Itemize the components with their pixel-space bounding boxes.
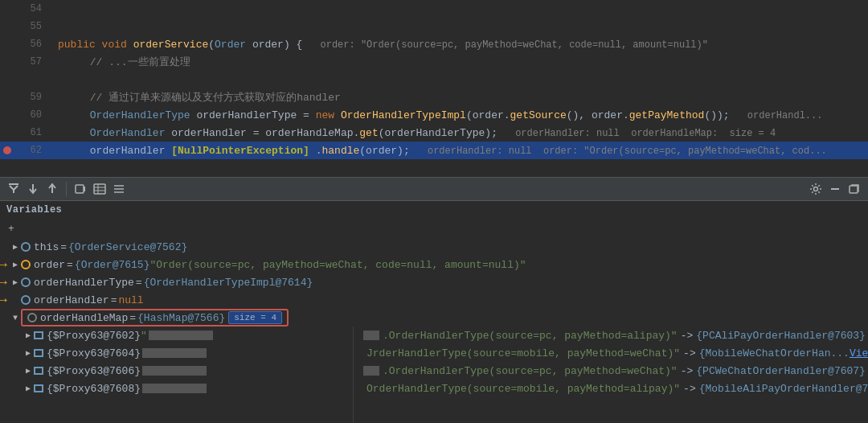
proxy2-icon — [34, 349, 43, 357]
line-num-55: 55 — [0, 21, 48, 32]
settings-icon[interactable] — [809, 182, 823, 196]
step-over-button[interactable] — [6, 182, 21, 196]
code-lines: 54 55 56 public void orderService(Order … — [0, 0, 868, 177]
orderhandlemap-icon — [27, 313, 37, 322]
step-into-button[interactable] — [26, 182, 40, 196]
split-right: .OrderHandlerType(source=pc, payMethod=a… — [354, 326, 868, 423]
var-row-orderhandlemap[interactable]: ▼ orderHandleMap = {HashMap@7566} size =… — [0, 309, 868, 326]
arrow-order: → — [0, 257, 7, 273]
right-entry-2[interactable]: JrderHandlerType(source=mobile, payMetho… — [357, 344, 868, 362]
proxy4-block — [142, 384, 207, 393]
expand-order[interactable]: ▶ — [10, 259, 21, 270]
line-num-56: 56 — [0, 39, 48, 50]
code-line-61: 61 OrderHandler orderHandler = orderHand… — [0, 124, 868, 142]
code-editor: 54 55 56 public void orderService(Order … — [0, 0, 868, 177]
var-order-label: order — [34, 259, 65, 271]
restore-icon[interactable] — [847, 182, 862, 196]
r4-key: OrderHandlerType(source=mobile, payMetho… — [366, 383, 680, 395]
list-view-button[interactable] — [112, 182, 126, 196]
proxy4-label: {$Proxy63@7608} — [47, 383, 141, 395]
expand-this[interactable]: ▶ — [10, 241, 21, 253]
collapse-icon[interactable] — [828, 182, 842, 196]
code-line-59: 59 // 通过订单来源确以及支付方式获取对应的handler — [0, 88, 868, 106]
add-watch-button[interactable]: + — [3, 220, 19, 236]
line-num-62: 62 — [0, 145, 48, 156]
line-num-57: 57 — [0, 56, 48, 68]
arrow-orderhandlertype: → — [0, 274, 7, 290]
r1-value: {PCAliPayOrderHandler@7603} — [696, 330, 866, 342]
var-this-label: this — [34, 241, 59, 253]
r3-block — [363, 366, 379, 376]
code-line-57: 57 // ...一些前置处理 — [0, 53, 868, 71]
code-line-62: 62 orderHandler [NullPointerException] .… — [0, 142, 868, 159]
run-to-cursor-button[interactable] — [73, 182, 88, 196]
expand-orderhandler[interactable]: ▶ — [10, 294, 21, 306]
orderhandlemap-size: size = 4 — [228, 311, 282, 324]
var-this-value: {OrderService@7562} — [68, 241, 187, 253]
var-row-this[interactable]: ▶ this = {OrderService@7562} — [0, 238, 868, 256]
right-entry-4[interactable]: OrderHandlerType(source=mobile, payMetho… — [357, 380, 868, 397]
variables-panel: Variables + ▶ this = {OrderService@7562}… — [0, 201, 868, 423]
proxy1-icon — [34, 331, 43, 339]
line-content-61: OrderHandler orderHandler = orderHandleM… — [48, 127, 868, 139]
r2-key: JrderHandlerType(source=mobile, payMetho… — [366, 347, 680, 359]
step-out-button[interactable] — [45, 182, 59, 196]
code-line-54: 54 — [0, 0, 868, 18]
r1-key: .OrderHandlerType(source=pc, payMethod=a… — [383, 330, 678, 342]
svg-rect-3 — [76, 185, 84, 193]
expand-proxy3[interactable]: ▶ — [23, 365, 34, 376]
var-row-order[interactable]: ▶ order = {Order@7615} "Order(source=pc,… — [0, 256, 868, 273]
r3-value: {PCWeChatOrderHandler@7607} — [696, 365, 866, 377]
line-content-60: OrderHandlerType orderHandlerType = new … — [48, 109, 868, 121]
r1-block — [363, 331, 379, 340]
code-line-blank1 — [0, 71, 868, 88]
var-row-orderhandlertype[interactable]: ▶ orderHandlerType = {OrderHandlerTypeIm… — [0, 273, 868, 291]
proxy1-block — [149, 331, 213, 340]
right-entry-1[interactable]: .OrderHandlerType(source=pc, payMethod=a… — [357, 326, 868, 344]
line-content-59: // 通过订单来源确以及支付方式获取对应的handler — [48, 90, 868, 105]
breakpoint-icon[interactable] — [3, 146, 11, 154]
code-line-60: 60 OrderHandlerType orderHandlerType = n… — [0, 106, 868, 124]
expand-proxy2[interactable]: ▶ — [23, 347, 34, 359]
expand-orderhandlemap[interactable]: ▼ — [10, 312, 21, 323]
svg-rect-5 — [94, 184, 105, 194]
divider-right-tools — [809, 182, 862, 196]
panel-title: Variables — [0, 201, 868, 219]
line-num-61: 61 — [0, 127, 48, 138]
right-entry-3[interactable]: .OrderHandlerType(source=pc, payMethod=w… — [357, 362, 868, 380]
proxy1-value: " — [141, 330, 147, 342]
split-panel: ▶ {$Proxy63@7602} " ▶ {$Proxy63@7604} ▶ … — [0, 326, 868, 423]
var-orderhandler-label: orderHandler — [34, 294, 109, 306]
r2-value: {MobileWeChatOrderHan... — [699, 347, 850, 359]
line-num-60: 60 — [0, 109, 48, 121]
debug-tool-buttons — [6, 182, 126, 196]
var-orderhandlertype-value: {OrderHandlerTypeImpl@7614} — [144, 277, 313, 289]
table-view-button[interactable] — [92, 182, 107, 196]
code-line-blank2 — [0, 159, 868, 177]
code-line-56: 56 public void orderService(Order order)… — [0, 35, 868, 53]
toolbar-separator — [66, 182, 67, 196]
r4-value: {MobileAliPayOrderHandler@7609} — [699, 383, 868, 395]
proxy4-icon — [34, 384, 43, 392]
var-row-orderhandler[interactable]: ▶ orderHandler = null → — [0, 291, 868, 309]
line-num-59: 59 — [0, 92, 48, 103]
var-orderhandlertype-label: orderHandlerType — [34, 277, 134, 289]
child-proxy-3[interactable]: ▶ {$Proxy63@7606} — [0, 362, 353, 380]
split-left: ▶ {$Proxy63@7602} " ▶ {$Proxy63@7604} ▶ … — [0, 326, 354, 423]
child-proxy-1[interactable]: ▶ {$Proxy63@7602} " — [0, 326, 353, 344]
child-proxy-2[interactable]: ▶ {$Proxy63@7604} — [0, 344, 353, 362]
child-proxy-4[interactable]: ▶ {$Proxy63@7608} — [0, 380, 353, 397]
proxy3-label: {$Proxy63@7606} — [47, 365, 141, 377]
var-orderhandlemap-label: orderHandleMap — [40, 312, 128, 324]
code-line-55: 55 — [0, 18, 868, 35]
line-content-56: public void orderService(Order order) { … — [48, 39, 868, 51]
var-orderhandler-value: null — [118, 294, 143, 306]
line-num-54: 54 — [0, 3, 48, 14]
expand-orderhandlertype[interactable]: ▶ — [10, 277, 21, 288]
expand-proxy4[interactable]: ▶ — [23, 383, 34, 394]
view-link-2[interactable]: View — [850, 347, 868, 359]
orderhandlertype-icon — [21, 277, 31, 287]
proxy2-block — [142, 348, 207, 358]
var-toolbar: + — [0, 219, 868, 238]
expand-proxy1[interactable]: ▶ — [23, 330, 34, 341]
